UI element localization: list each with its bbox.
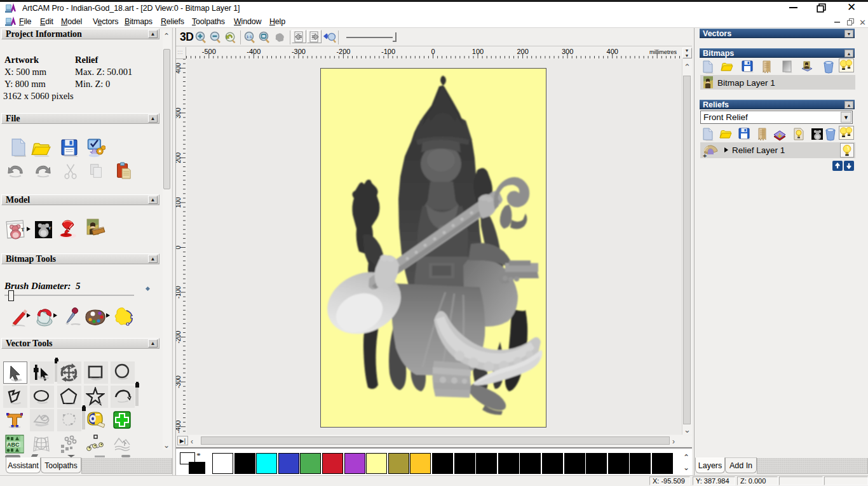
svg-text:200: 200 — [176, 152, 182, 163]
svg-text:-300: -300 — [176, 375, 182, 388]
svg-text:+: + — [703, 152, 707, 158]
svg-text:300: 300 — [176, 107, 182, 118]
svg-text:100: 100 — [176, 197, 182, 208]
svg-text:-100: -100 — [176, 286, 182, 299]
svg-text:-300: -300 — [292, 48, 306, 55]
svg-text:millimetres: millimetres — [649, 49, 677, 55]
svg-text:0: 0 — [176, 245, 182, 249]
svg-text:0: 0 — [431, 48, 435, 55]
svg-text:300: 300 — [562, 48, 573, 55]
svg-text:-100: -100 — [381, 48, 395, 55]
svg-text:400: 400 — [607, 48, 618, 55]
svg-text:ABC: ABC — [7, 442, 20, 448]
svg-text:-200: -200 — [176, 330, 182, 343]
svg-text:200: 200 — [517, 48, 528, 55]
svg-text:-500: -500 — [202, 48, 216, 55]
svg-text:400: 400 — [176, 63, 182, 74]
svg-text:-200: -200 — [336, 48, 350, 55]
svg-text:-400: -400 — [247, 48, 261, 55]
svg-text:1:1: 1:1 — [247, 35, 252, 39]
svg-text:-400: -400 — [176, 420, 182, 433]
svg-text:T: T — [21, 227, 25, 233]
svg-text:100: 100 — [472, 48, 484, 55]
svg-text:T: T — [48, 226, 51, 231]
